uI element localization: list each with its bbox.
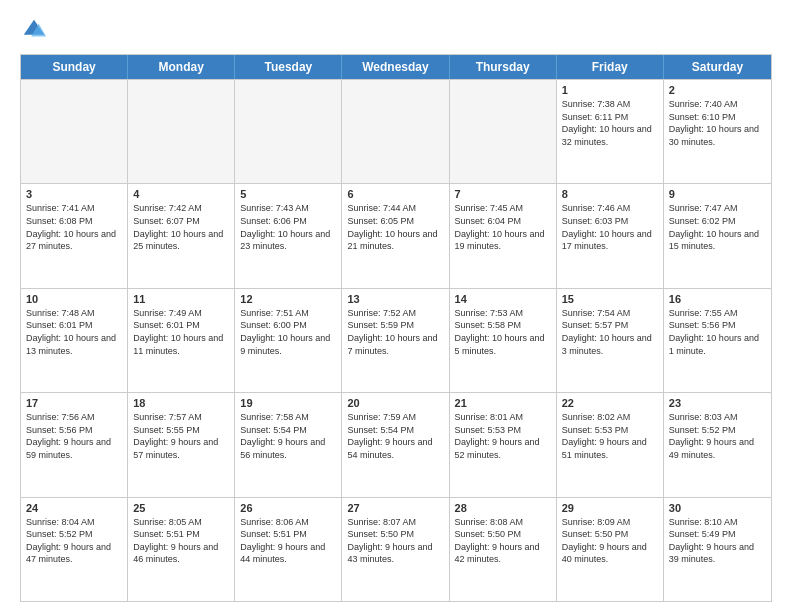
empty-cell [21, 80, 128, 183]
day-number: 30 [669, 502, 766, 514]
day-info: Sunrise: 7:43 AMSunset: 6:06 PMDaylight:… [240, 202, 336, 252]
day-cell-2: 2Sunrise: 7:40 AMSunset: 6:10 PMDaylight… [664, 80, 771, 183]
calendar-header: SundayMondayTuesdayWednesdayThursdayFrid… [21, 55, 771, 79]
calendar-row-3: 17Sunrise: 7:56 AMSunset: 5:56 PMDayligh… [21, 392, 771, 496]
day-cell-23: 23Sunrise: 8:03 AMSunset: 5:52 PMDayligh… [664, 393, 771, 496]
day-number: 18 [133, 397, 229, 409]
day-number: 4 [133, 188, 229, 200]
day-info: Sunrise: 7:52 AMSunset: 5:59 PMDaylight:… [347, 307, 443, 357]
empty-cell [128, 80, 235, 183]
day-number: 6 [347, 188, 443, 200]
day-cell-15: 15Sunrise: 7:54 AMSunset: 5:57 PMDayligh… [557, 289, 664, 392]
day-info: Sunrise: 7:44 AMSunset: 6:05 PMDaylight:… [347, 202, 443, 252]
day-info: Sunrise: 8:10 AMSunset: 5:49 PMDaylight:… [669, 516, 766, 566]
day-number: 26 [240, 502, 336, 514]
day-info: Sunrise: 7:38 AMSunset: 6:11 PMDaylight:… [562, 98, 658, 148]
logo [20, 16, 52, 44]
day-number: 9 [669, 188, 766, 200]
day-cell-11: 11Sunrise: 7:49 AMSunset: 6:01 PMDayligh… [128, 289, 235, 392]
day-number: 17 [26, 397, 122, 409]
day-info: Sunrise: 7:42 AMSunset: 6:07 PMDaylight:… [133, 202, 229, 252]
header-day-sunday: Sunday [21, 55, 128, 79]
day-cell-26: 26Sunrise: 8:06 AMSunset: 5:51 PMDayligh… [235, 498, 342, 601]
day-info: Sunrise: 7:55 AMSunset: 5:56 PMDaylight:… [669, 307, 766, 357]
empty-cell [235, 80, 342, 183]
day-number: 19 [240, 397, 336, 409]
day-number: 29 [562, 502, 658, 514]
day-info: Sunrise: 8:05 AMSunset: 5:51 PMDaylight:… [133, 516, 229, 566]
day-cell-7: 7Sunrise: 7:45 AMSunset: 6:04 PMDaylight… [450, 184, 557, 287]
header-day-friday: Friday [557, 55, 664, 79]
day-cell-3: 3Sunrise: 7:41 AMSunset: 6:08 PMDaylight… [21, 184, 128, 287]
day-info: Sunrise: 7:47 AMSunset: 6:02 PMDaylight:… [669, 202, 766, 252]
calendar-row-0: 1Sunrise: 7:38 AMSunset: 6:11 PMDaylight… [21, 79, 771, 183]
day-number: 24 [26, 502, 122, 514]
day-cell-8: 8Sunrise: 7:46 AMSunset: 6:03 PMDaylight… [557, 184, 664, 287]
day-cell-21: 21Sunrise: 8:01 AMSunset: 5:53 PMDayligh… [450, 393, 557, 496]
day-number: 25 [133, 502, 229, 514]
day-number: 2 [669, 84, 766, 96]
day-info: Sunrise: 7:57 AMSunset: 5:55 PMDaylight:… [133, 411, 229, 461]
day-number: 23 [669, 397, 766, 409]
day-cell-6: 6Sunrise: 7:44 AMSunset: 6:05 PMDaylight… [342, 184, 449, 287]
day-cell-9: 9Sunrise: 7:47 AMSunset: 6:02 PMDaylight… [664, 184, 771, 287]
calendar-row-4: 24Sunrise: 8:04 AMSunset: 5:52 PMDayligh… [21, 497, 771, 601]
empty-cell [450, 80, 557, 183]
day-cell-4: 4Sunrise: 7:42 AMSunset: 6:07 PMDaylight… [128, 184, 235, 287]
day-cell-18: 18Sunrise: 7:57 AMSunset: 5:55 PMDayligh… [128, 393, 235, 496]
calendar-body: 1Sunrise: 7:38 AMSunset: 6:11 PMDaylight… [21, 79, 771, 601]
day-number: 1 [562, 84, 658, 96]
day-cell-27: 27Sunrise: 8:07 AMSunset: 5:50 PMDayligh… [342, 498, 449, 601]
day-info: Sunrise: 8:03 AMSunset: 5:52 PMDaylight:… [669, 411, 766, 461]
day-cell-17: 17Sunrise: 7:56 AMSunset: 5:56 PMDayligh… [21, 393, 128, 496]
day-number: 15 [562, 293, 658, 305]
day-info: Sunrise: 7:58 AMSunset: 5:54 PMDaylight:… [240, 411, 336, 461]
day-number: 16 [669, 293, 766, 305]
day-number: 21 [455, 397, 551, 409]
day-cell-10: 10Sunrise: 7:48 AMSunset: 6:01 PMDayligh… [21, 289, 128, 392]
day-info: Sunrise: 7:59 AMSunset: 5:54 PMDaylight:… [347, 411, 443, 461]
day-number: 27 [347, 502, 443, 514]
day-info: Sunrise: 8:06 AMSunset: 5:51 PMDaylight:… [240, 516, 336, 566]
logo-icon [20, 16, 48, 44]
header-day-monday: Monday [128, 55, 235, 79]
empty-cell [342, 80, 449, 183]
header-day-tuesday: Tuesday [235, 55, 342, 79]
day-cell-13: 13Sunrise: 7:52 AMSunset: 5:59 PMDayligh… [342, 289, 449, 392]
day-number: 5 [240, 188, 336, 200]
day-number: 7 [455, 188, 551, 200]
header [20, 16, 772, 44]
calendar-row-1: 3Sunrise: 7:41 AMSunset: 6:08 PMDaylight… [21, 183, 771, 287]
day-info: Sunrise: 7:48 AMSunset: 6:01 PMDaylight:… [26, 307, 122, 357]
day-info: Sunrise: 7:54 AMSunset: 5:57 PMDaylight:… [562, 307, 658, 357]
day-number: 8 [562, 188, 658, 200]
day-cell-14: 14Sunrise: 7:53 AMSunset: 5:58 PMDayligh… [450, 289, 557, 392]
day-cell-28: 28Sunrise: 8:08 AMSunset: 5:50 PMDayligh… [450, 498, 557, 601]
day-info: Sunrise: 7:46 AMSunset: 6:03 PMDaylight:… [562, 202, 658, 252]
day-number: 14 [455, 293, 551, 305]
day-info: Sunrise: 8:09 AMSunset: 5:50 PMDaylight:… [562, 516, 658, 566]
day-info: Sunrise: 7:56 AMSunset: 5:56 PMDaylight:… [26, 411, 122, 461]
day-cell-20: 20Sunrise: 7:59 AMSunset: 5:54 PMDayligh… [342, 393, 449, 496]
day-number: 10 [26, 293, 122, 305]
day-cell-24: 24Sunrise: 8:04 AMSunset: 5:52 PMDayligh… [21, 498, 128, 601]
day-info: Sunrise: 7:49 AMSunset: 6:01 PMDaylight:… [133, 307, 229, 357]
page: SundayMondayTuesdayWednesdayThursdayFrid… [0, 0, 792, 612]
day-cell-5: 5Sunrise: 7:43 AMSunset: 6:06 PMDaylight… [235, 184, 342, 287]
day-info: Sunrise: 8:07 AMSunset: 5:50 PMDaylight:… [347, 516, 443, 566]
day-cell-22: 22Sunrise: 8:02 AMSunset: 5:53 PMDayligh… [557, 393, 664, 496]
day-number: 13 [347, 293, 443, 305]
day-number: 22 [562, 397, 658, 409]
day-cell-25: 25Sunrise: 8:05 AMSunset: 5:51 PMDayligh… [128, 498, 235, 601]
day-cell-12: 12Sunrise: 7:51 AMSunset: 6:00 PMDayligh… [235, 289, 342, 392]
day-number: 11 [133, 293, 229, 305]
day-number: 28 [455, 502, 551, 514]
calendar-row-2: 10Sunrise: 7:48 AMSunset: 6:01 PMDayligh… [21, 288, 771, 392]
day-info: Sunrise: 7:45 AMSunset: 6:04 PMDaylight:… [455, 202, 551, 252]
day-number: 20 [347, 397, 443, 409]
day-cell-16: 16Sunrise: 7:55 AMSunset: 5:56 PMDayligh… [664, 289, 771, 392]
day-number: 3 [26, 188, 122, 200]
day-info: Sunrise: 8:02 AMSunset: 5:53 PMDaylight:… [562, 411, 658, 461]
day-info: Sunrise: 8:08 AMSunset: 5:50 PMDaylight:… [455, 516, 551, 566]
day-cell-1: 1Sunrise: 7:38 AMSunset: 6:11 PMDaylight… [557, 80, 664, 183]
